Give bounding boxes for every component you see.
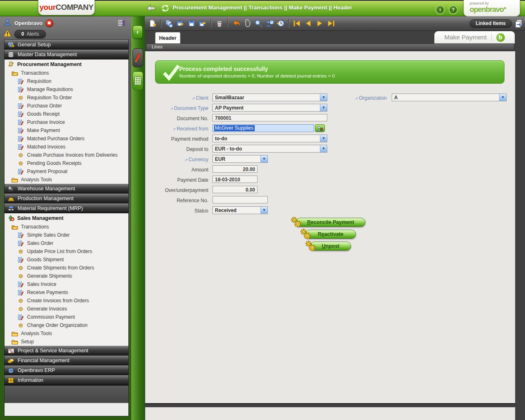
linked-items-button[interactable]: Linked Items bbox=[470, 19, 512, 28]
sidebar-item-pending-goods-receipts[interactable]: ⚙Pending Goods Receipts bbox=[5, 159, 128, 167]
sidebar-item-make-payment[interactable]: Make Payment bbox=[5, 126, 128, 135]
document-type-select[interactable]: AP Payment▼ bbox=[212, 104, 327, 112]
search-icon[interactable] bbox=[253, 18, 263, 29]
amount-input[interactable]: 20.00 bbox=[212, 165, 258, 173]
sidebar-item-commission-payment[interactable]: Commission Payment bbox=[5, 313, 128, 321]
sidebar-item-purchase-invoice[interactable]: Purchase Invoice bbox=[5, 118, 128, 126]
sidebar-item-analysis-tools[interactable]: Analysis Tools bbox=[5, 329, 128, 338]
history-icon[interactable] bbox=[275, 18, 285, 29]
sidebar-item-financial-management[interactable]: Financial Management bbox=[5, 356, 128, 365]
sidebar-item-production-management[interactable]: Production Management bbox=[5, 194, 128, 203]
sidebar-item-matched-invoices[interactable]: Matched Invoices bbox=[5, 143, 128, 151]
sidebar-item-transactions[interactable]: Transactions bbox=[5, 223, 128, 231]
sidebar-collapse-icon[interactable]: ‹ bbox=[132, 25, 143, 39]
alerts-row[interactable]: 0Alerts bbox=[3, 30, 46, 39]
sidebar-item-requisition-to-order[interactable]: ⚙Requisition To Order bbox=[5, 94, 128, 102]
sidebar-item-goods-receipt[interactable]: Goods Receipt bbox=[5, 110, 128, 118]
document-no-input[interactable]: 700001 bbox=[212, 114, 327, 121]
sidebar-item-requisition[interactable]: Requisition bbox=[5, 77, 128, 85]
chevron-down-icon[interactable]: ▼ bbox=[320, 104, 327, 111]
received-from-input[interactable]: McGiver Supplies bbox=[212, 124, 314, 132]
sidebar-item-material-requirement-mrp[interactable]: Material Requirement (MRP) bbox=[5, 203, 128, 213]
sidebar-item-analysis-tools[interactable]: Analysis Tools bbox=[5, 176, 128, 184]
organization-select[interactable]: A▼ bbox=[392, 94, 507, 101]
undo-icon[interactable] bbox=[231, 18, 241, 29]
field-label-currency[interactable]: ↗Currency bbox=[153, 157, 208, 162]
edit-view-tab[interactable] bbox=[132, 48, 143, 67]
over-underpayment-input[interactable]: 0.00 bbox=[212, 186, 258, 193]
sidebar-item-goods-shipment[interactable]: Goods Shipment bbox=[5, 256, 128, 264]
first-record-icon[interactable] bbox=[292, 18, 302, 29]
delete-icon[interactable] bbox=[214, 18, 224, 29]
field-label-organization[interactable]: ↗Organization bbox=[321, 95, 387, 101]
logout-close-icon[interactable]: ✖ bbox=[46, 19, 53, 27]
sidebar-item-create-purchase-invoices-from-deliveries[interactable]: ⚙Create Purchase Invoices from Deliverie… bbox=[5, 151, 128, 159]
attachment-icon[interactable] bbox=[242, 18, 252, 29]
last-record-icon[interactable] bbox=[325, 18, 336, 29]
sidebar-item-payment-proposal[interactable]: Payment Proposal bbox=[5, 167, 128, 176]
unpost-button[interactable]: Unpost bbox=[310, 242, 351, 251]
chevron-down-icon[interactable]: ▼ bbox=[320, 135, 327, 142]
process-icon: ⚙ bbox=[17, 265, 24, 271]
field-label-received-from[interactable]: ↗Received from bbox=[153, 126, 208, 132]
save-new-icon[interactable] bbox=[175, 18, 185, 29]
reactivate-button[interactable]: Reactivate bbox=[305, 230, 356, 239]
sidebar-item-purchase-order[interactable]: Purchase Order bbox=[5, 102, 128, 110]
sidebar-item-sales-invoice[interactable]: Sales Invoice bbox=[5, 280, 128, 288]
sidebar-item-procurement-management[interactable]: Procurement Management bbox=[5, 59, 128, 69]
refresh-icon[interactable] bbox=[160, 3, 171, 13]
next-record-icon[interactable] bbox=[314, 18, 324, 29]
field-label-document-type[interactable]: ↗Document Type bbox=[153, 105, 208, 111]
previous-record-icon[interactable] bbox=[303, 18, 313, 29]
sidebar-item-create-shipments-from-orders[interactable]: ⚙Create Shipments from Orders bbox=[5, 264, 128, 272]
sidebar-item-information[interactable]: Information bbox=[5, 375, 128, 385]
business-partner-search-icon[interactable] bbox=[315, 124, 325, 132]
status-select[interactable]: Received▼ bbox=[212, 206, 268, 214]
chevron-down-icon[interactable]: ▼ bbox=[260, 207, 267, 214]
sidebar-item-generate-shipments[interactable]: ⚙Generate Shipments bbox=[5, 272, 128, 280]
info-icon[interactable]: i bbox=[436, 5, 445, 14]
chevron-down-icon[interactable]: ▼ bbox=[320, 145, 327, 152]
sidebar-item-transactions[interactable]: Transactions bbox=[5, 69, 128, 77]
tab-lines[interactable]: Lines bbox=[146, 43, 514, 50]
save-close-icon[interactable] bbox=[197, 18, 208, 29]
sidebar-item-manage-requisitions[interactable]: Manage Requisitions bbox=[5, 85, 128, 94]
field-label-client[interactable]: ↗Client bbox=[153, 95, 208, 101]
new-record-icon[interactable] bbox=[147, 18, 158, 29]
tab-header[interactable]: Header bbox=[155, 32, 180, 43]
grid-view-tab[interactable] bbox=[132, 71, 143, 90]
sidebar-item-openbravo-erp[interactable]: Openbravo ERP bbox=[5, 365, 128, 375]
copy-record-icon[interactable] bbox=[164, 18, 174, 29]
sidebar-item-general-setup[interactable]: General Setup bbox=[5, 40, 128, 50]
sidebar-item-sales-management[interactable]: %Sales Management bbox=[5, 213, 128, 223]
sidebar-item-project-service-management[interactable]: Project & Service Management bbox=[5, 346, 128, 356]
chevron-down-icon[interactable]: ▼ bbox=[260, 155, 267, 162]
reference-no-input[interactable] bbox=[212, 196, 268, 203]
currency-select[interactable]: EUR▼ bbox=[212, 155, 268, 163]
sidebar-item-warehouse-management[interactable]: Warehouse Management bbox=[5, 184, 128, 194]
back-arrow-icon[interactable] bbox=[146, 3, 156, 13]
save-icon[interactable] bbox=[186, 18, 196, 29]
sidebar-item-create-invoices-from-orders[interactable]: ⚙Create Invoices from Orders bbox=[5, 297, 128, 305]
payment-method-select[interactable]: to-do▼ bbox=[212, 135, 327, 142]
help-icon[interactable]: ? bbox=[449, 5, 458, 14]
linked-items-icon[interactable] bbox=[514, 19, 523, 30]
sidebar-item-update-price-list-from-orders[interactable]: ⚙Update Price List from Orders bbox=[5, 247, 128, 256]
chevron-down-icon[interactable]: ▼ bbox=[499, 94, 506, 101]
sidebar-item-receive-payments[interactable]: Receive Payments bbox=[5, 288, 128, 297]
reconcile-payment-button[interactable]: Reconcile Payment bbox=[296, 218, 365, 227]
sidebar-item-simple-sales-order[interactable]: Simple Sales Order bbox=[5, 231, 128, 239]
user-audit-icon[interactable] bbox=[264, 18, 274, 29]
sidebar-item-sales-order[interactable]: Sales Order bbox=[5, 239, 128, 247]
alerts-badge[interactable]: 0Alerts bbox=[14, 30, 46, 39]
sidebar-item-matched-purchase-orders[interactable]: Matched Purchase Orders bbox=[5, 135, 128, 143]
sidebar-item-change-order-organization[interactable]: ⚙Change Order Organization bbox=[5, 321, 128, 329]
sidebar-item-master-data-management[interactable]: Master Data Management bbox=[5, 50, 128, 59]
client-select[interactable]: SmallBazaar▼ bbox=[212, 94, 327, 101]
sidebar-item-setup[interactable]: Setup bbox=[5, 338, 128, 346]
sidebar-item-generate-invoices[interactable]: ⚙Generate Invoices bbox=[5, 305, 128, 313]
menu-collapse-all-icon[interactable] bbox=[117, 18, 126, 29]
deposit-to-select[interactable]: EUR - to-do▼ bbox=[212, 145, 327, 153]
payment-date-input[interactable]: 18-03-2010 bbox=[212, 176, 258, 183]
sidebar-item-label: Transactions bbox=[21, 224, 49, 230]
